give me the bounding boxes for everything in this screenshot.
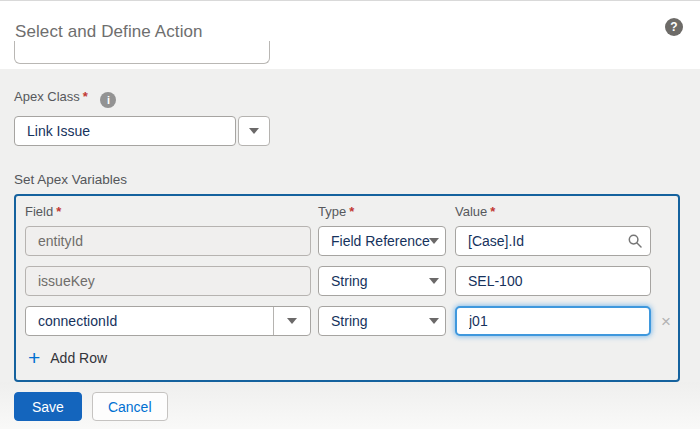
type-select-value: String bbox=[331, 313, 368, 329]
required-asterisk: * bbox=[490, 204, 495, 219]
info-icon[interactable]: i bbox=[100, 92, 116, 108]
panel-header: Select and Define Action ? bbox=[0, 1, 700, 69]
variable-row: String bbox=[25, 266, 678, 296]
apex-class-combobox bbox=[14, 116, 700, 146]
save-button[interactable]: Save bbox=[14, 392, 82, 421]
field-input-entityid[interactable] bbox=[25, 226, 311, 256]
type-select-value: String bbox=[331, 273, 368, 289]
column-header-type: Type* bbox=[318, 204, 455, 219]
variable-row: Field Reference bbox=[25, 226, 678, 256]
variable-row: String × bbox=[25, 306, 678, 336]
apex-class-input[interactable] bbox=[14, 116, 236, 146]
required-asterisk: * bbox=[349, 204, 354, 219]
type-select-row1[interactable]: Field Reference bbox=[318, 226, 446, 256]
field-dropdown-button[interactable] bbox=[273, 307, 310, 335]
add-row-label: Add Row bbox=[50, 350, 107, 366]
apex-class-label-text: Apex Class bbox=[14, 89, 80, 104]
chevron-down-icon bbox=[429, 278, 439, 284]
add-icon: + bbox=[28, 349, 40, 367]
column-header-field: Field* bbox=[25, 204, 318, 219]
chevron-down-icon bbox=[249, 128, 259, 134]
column-headers: Field* Type* Value* bbox=[25, 204, 678, 219]
value-input-row3[interactable] bbox=[455, 306, 651, 336]
chevron-down-icon bbox=[287, 318, 297, 324]
apex-class-label: Apex Class* i bbox=[14, 89, 700, 108]
search-icon[interactable] bbox=[628, 234, 642, 248]
set-apex-variables-label: Set Apex Variables bbox=[14, 172, 700, 187]
required-asterisk: * bbox=[56, 204, 61, 219]
type-select-value: Field Reference bbox=[331, 233, 430, 249]
panel-footer: Save Cancel bbox=[0, 382, 700, 429]
clipped-input[interactable] bbox=[14, 41, 270, 64]
type-select-row3[interactable]: String bbox=[318, 306, 446, 336]
chevron-down-icon bbox=[429, 318, 439, 324]
type-select-row2[interactable]: String bbox=[318, 266, 446, 296]
value-input-row1[interactable] bbox=[455, 226, 651, 256]
field-input-issuekey[interactable] bbox=[25, 266, 311, 296]
page-title: Select and Define Action bbox=[0, 1, 700, 42]
add-row-button[interactable]: + Add Row bbox=[28, 349, 678, 367]
value-input-row2[interactable] bbox=[455, 266, 651, 296]
select-define-action-panel: Select and Define Action ? Apex Class* i… bbox=[0, 0, 700, 429]
help-icon[interactable]: ? bbox=[665, 18, 683, 36]
cancel-button[interactable]: Cancel bbox=[92, 392, 168, 421]
column-header-value: Value* bbox=[455, 204, 651, 219]
chevron-down-icon bbox=[429, 238, 439, 244]
value-field-wrap bbox=[455, 226, 651, 256]
field-input-connectionid[interactable] bbox=[26, 307, 273, 335]
remove-row-button[interactable]: × bbox=[661, 313, 671, 330]
panel-body: Apex Class* i Set Apex Variables Field* … bbox=[0, 69, 700, 382]
apex-class-dropdown-button[interactable] bbox=[238, 116, 270, 146]
field-combobox-connectionid bbox=[25, 306, 311, 336]
apex-variables-box: Field* Type* Value* Field Reference bbox=[14, 194, 680, 382]
required-asterisk: * bbox=[83, 89, 88, 104]
